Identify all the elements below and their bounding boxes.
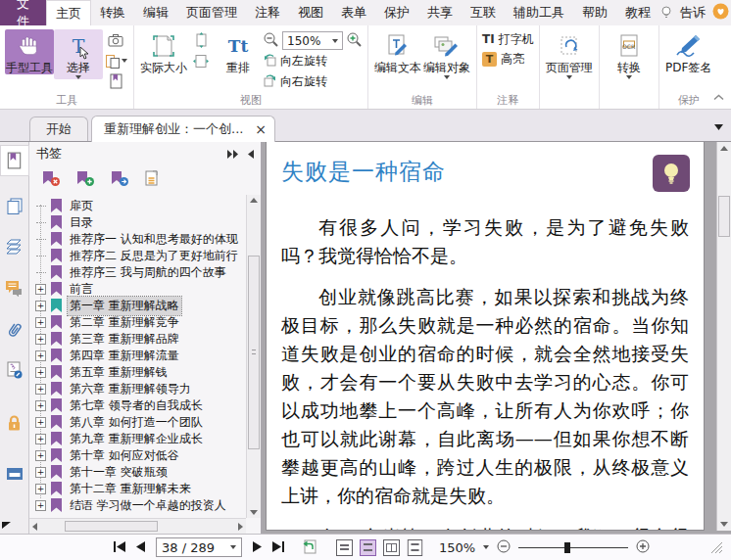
signatures-panel-button[interactable] (1, 355, 28, 385)
expander-icon[interactable]: + (35, 301, 46, 311)
bookmark-item[interactable]: 推荐序三 我与周航的四个故事 (29, 264, 246, 281)
expander-icon[interactable]: + (35, 450, 46, 461)
attachments-panel-button[interactable] (1, 314, 28, 344)
facing-view-icon[interactable] (383, 539, 400, 556)
menu-tab-tutorial[interactable]: 教程 (616, 0, 659, 25)
expander-icon[interactable]: + (35, 434, 46, 444)
single-page-view-icon[interactable] (336, 539, 353, 556)
doc-scroll-up-icon[interactable] (717, 146, 731, 151)
scroll-down-icon[interactable] (247, 510, 261, 515)
fit-width-icon[interactable] (189, 52, 213, 70)
scroll-up-icon[interactable] (247, 198, 261, 203)
edit-text-button[interactable]: 编辑文本 (373, 29, 422, 74)
menu-tab-connect[interactable]: 互联 (462, 0, 505, 25)
bookmark-item[interactable]: +第二章 重新理解竞争 (29, 314, 246, 331)
expander-icon[interactable]: + (35, 467, 46, 478)
bookmarks-scroll-thumb[interactable] (248, 256, 260, 449)
bookmark-item[interactable]: +第七章 领导者的自我成长 (29, 397, 246, 414)
layers-panel-button[interactable] (1, 232, 28, 261)
bookmark-item[interactable]: +第四章 重新理解流量 (29, 348, 246, 364)
tab-close-icon[interactable]: × (255, 121, 267, 137)
heart-icon[interactable] (712, 3, 729, 23)
zoom-level-combo[interactable]: 150% (282, 31, 343, 50)
expander-icon[interactable]: + (35, 317, 46, 328)
bookmark-item[interactable]: +第五章 重新理解钱 (29, 364, 246, 381)
menu-tab-view[interactable]: 视图 (289, 0, 332, 25)
file-menu-button[interactable]: 文件 (0, 0, 46, 25)
page-number-input[interactable]: 38 / 289 (156, 537, 242, 557)
expander-icon[interactable]: + (35, 350, 46, 361)
pages-panel-button[interactable] (1, 191, 28, 220)
expander-icon[interactable]: + (35, 367, 46, 378)
bookmark-item[interactable]: +第十一章 突破瓶颈 (29, 464, 246, 481)
bookmarks-horizontal-scrollbar[interactable] (29, 518, 246, 534)
tab-start[interactable]: 开始 (29, 117, 88, 141)
document-vertical-scrollbar[interactable] (716, 142, 731, 531)
bookmark-item[interactable]: 推荐序一 认知和思考最好的体现 (29, 231, 246, 248)
expander-icon[interactable]: + (35, 417, 46, 428)
edit-object-button[interactable]: 编辑对象 (422, 29, 471, 79)
bookmark-item[interactable]: +第十二章 重新理解未来 (29, 481, 246, 497)
menu-tab-edit[interactable]: 编辑 (134, 0, 177, 25)
select-tool-button[interactable]: T 选择 (54, 29, 103, 79)
pdf-sign-button[interactable]: PDF签名 (664, 29, 713, 74)
status-zoom-level[interactable]: 150% (439, 540, 475, 555)
lightbulb-annotation[interactable] (653, 155, 690, 192)
zoom-out-icon[interactable] (263, 31, 279, 51)
bookmark-page-button[interactable] (104, 72, 127, 90)
rotate-right-button[interactable]: 向右旋转 (263, 72, 363, 91)
bookmark-item[interactable]: 扉页 (29, 198, 246, 214)
expander-icon[interactable]: + (35, 400, 46, 411)
bookmark-item[interactable]: +第八章 如何打造一个团队 (29, 414, 246, 431)
expander-icon[interactable]: + (35, 500, 46, 511)
zoom-out-circle-icon[interactable] (497, 539, 511, 556)
bookmark-item[interactable]: +第六章 重新理解领导力 (29, 381, 246, 397)
last-page-icon[interactable] (272, 540, 284, 555)
fit-page-icon[interactable] (189, 31, 213, 49)
continuous-facing-view-icon[interactable] (408, 539, 422, 556)
rotate-left-button[interactable]: 向左旋转 (263, 52, 363, 70)
menu-tab-organize[interactable]: 页面管理 (177, 0, 246, 25)
typewriter-button[interactable]: TI 打字机 (482, 29, 534, 49)
snapshot-button[interactable] (104, 31, 127, 49)
bookmark-item[interactable]: +第一章 重新理解战略 (29, 298, 246, 314)
bookmark-item[interactable]: 推荐序二 反思是为了更好地前行 (29, 248, 246, 264)
bookmark-item[interactable]: +前言 (29, 281, 246, 298)
convert-button[interactable]: OCR 转换 (605, 29, 654, 79)
bookmarks-vertical-scrollbar[interactable] (246, 195, 261, 518)
add-bookmark-icon[interactable] (75, 170, 95, 190)
comments-panel-button[interactable] (1, 273, 28, 303)
panel-corner-icon[interactable] (2, 517, 11, 532)
tab-document[interactable]: 重新理解创业：一个创... × (91, 116, 275, 142)
delete-bookmark-icon[interactable] (41, 170, 61, 190)
scroll-left-icon[interactable] (32, 519, 37, 534)
next-page-icon[interactable] (253, 540, 262, 555)
security-panel-button[interactable] (1, 408, 28, 438)
menu-tab-form[interactable]: 表单 (332, 0, 375, 25)
pdf-page[interactable]: 失败是一种宿命 有很多人问，学习失败，是为了避免失败吗？我觉得恰恰不是。 创业就… (266, 142, 705, 531)
bookmark-item[interactable]: +第三章 重新理解品牌 (29, 331, 246, 348)
expander-icon[interactable]: + (35, 284, 46, 295)
menu-tab-share[interactable]: 共享 (418, 0, 462, 25)
goto-bookmark-icon[interactable] (110, 170, 129, 190)
expander-icon[interactable]: + (35, 384, 46, 395)
menu-tab-accessibility[interactable]: 辅助工具 (505, 0, 573, 25)
tellme-label[interactable]: 告诉 (678, 4, 707, 22)
page-management-button[interactable]: 页面管理 (545, 29, 594, 79)
clipboard-button[interactable] (104, 52, 127, 70)
menu-tab-home[interactable]: 主页 (46, 0, 91, 25)
expand-panel-icon[interactable] (227, 147, 239, 162)
expander-icon[interactable]: + (35, 484, 46, 494)
document-scroll-thumb[interactable] (718, 196, 730, 237)
highlight-button[interactable]: T 高亮 (482, 49, 524, 69)
tab-list-icon[interactable] (714, 118, 723, 133)
first-page-icon[interactable] (114, 540, 125, 555)
scroll-right-icon[interactable] (238, 519, 243, 534)
bookmark-item[interactable]: +结语 学习做一个卓越的投资人 (29, 497, 246, 514)
previous-page-icon[interactable] (136, 540, 145, 555)
previous-view-icon[interactable] (301, 538, 317, 557)
collapse-panel-icon[interactable] (247, 147, 254, 162)
zoom-slider-handle[interactable] (564, 542, 570, 553)
expand-bookmarks-icon[interactable] (144, 170, 161, 190)
reflow-button[interactable]: Tt 重排 (214, 29, 263, 74)
